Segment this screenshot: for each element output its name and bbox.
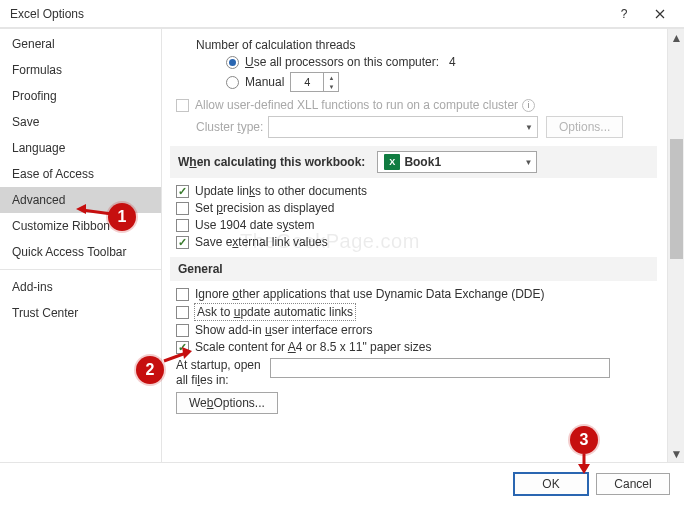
- vertical-scrollbar[interactable]: ▲ ▼: [667, 29, 684, 462]
- spinner-buttons[interactable]: ▲▼: [323, 73, 338, 91]
- use-1904-row: Use 1904 date system: [176, 218, 657, 232]
- section-workbook-header: When calculating this workbook: X Book1 …: [170, 146, 657, 178]
- sidebar-item-save[interactable]: Save: [0, 109, 161, 135]
- section-workbook-label: When calculating this workbook:: [178, 155, 365, 169]
- svg-marker-5: [578, 464, 590, 474]
- svg-line-2: [164, 353, 186, 361]
- titlebar: Excel Options ?: [0, 0, 684, 28]
- annotation-marker-1: 1: [108, 203, 136, 231]
- chevron-down-icon: ▼: [519, 123, 533, 132]
- annotation-marker-2: 2: [136, 356, 164, 384]
- workbook-dropdown[interactable]: X Book1 ▼: [377, 151, 537, 173]
- ignore-dde-label: Ignore other applications that use Dynam…: [195, 287, 545, 301]
- help-button[interactable]: ?: [606, 2, 642, 26]
- cluster-options-button: Options...: [546, 116, 623, 138]
- web-options-button[interactable]: Web Options...: [176, 392, 278, 414]
- ask-update-row: Ask to update automatic links: [176, 304, 657, 320]
- checkbox-ask-update[interactable]: [176, 306, 189, 319]
- set-precision-row: Set precision as displayed: [176, 201, 657, 215]
- radio-manual-label: Manual: [245, 75, 284, 89]
- web-options-row: Web Options...: [176, 392, 657, 414]
- sidebar-item-trust[interactable]: Trust Center: [0, 300, 161, 326]
- cluster-type-row: Cluster type: ▼ Options...: [196, 116, 657, 138]
- set-precision-label: Set precision as displayed: [195, 201, 334, 215]
- use-1904-label: Use 1904 date system: [195, 218, 314, 232]
- show-addin-row: Show add-in user interface errors: [176, 323, 657, 337]
- excel-icon: X: [384, 154, 400, 170]
- startup-path-input[interactable]: [270, 358, 610, 378]
- scale-content-label: Scale content for A4 or 8.5 x 11" paper …: [195, 340, 431, 354]
- sidebar-divider: [0, 269, 161, 270]
- cancel-button[interactable]: Cancel: [596, 473, 670, 495]
- checkbox-use-1904[interactable]: [176, 219, 189, 232]
- sidebar-item-proofing[interactable]: Proofing: [0, 83, 161, 109]
- main-area: General Formulas Proofing Save Language …: [0, 28, 684, 462]
- threads-label-row: Number of calculation threads: [196, 38, 657, 52]
- sidebar-item-language[interactable]: Language: [0, 135, 161, 161]
- cluster-type-label: Cluster type:: [196, 120, 268, 134]
- update-links-label: Update links to other documents: [195, 184, 367, 198]
- scale-content-row: Scale content for A4 or 8.5 x 11" paper …: [176, 340, 657, 354]
- sidebar: General Formulas Proofing Save Language …: [0, 29, 162, 462]
- annotation-arrow-3: [574, 452, 594, 474]
- checkbox-show-addin[interactable]: [176, 324, 189, 337]
- update-links-row: Update links to other documents: [176, 184, 657, 198]
- content-panel: Number of calculation threads Use all pr…: [162, 29, 667, 462]
- workbook-dropdown-value: Book1: [404, 155, 441, 169]
- checkbox-set-precision[interactable]: [176, 202, 189, 215]
- radio-manual-row: Manual 4 ▲▼: [226, 72, 657, 92]
- checkbox-update-links[interactable]: [176, 185, 189, 198]
- allow-xll-label: Allow user-defined XLL functions to run …: [195, 98, 518, 112]
- svg-marker-1: [76, 204, 86, 214]
- startup-row: At startup, open all files in:: [176, 358, 657, 388]
- sidebar-item-formulas[interactable]: Formulas: [0, 57, 161, 83]
- manual-value: 4: [291, 76, 323, 88]
- allow-xll-row: Allow user-defined XLL functions to run …: [176, 98, 657, 112]
- processor-count: 4: [449, 55, 456, 69]
- radio-use-all-row: Use all processors on this computer: 4: [226, 55, 657, 69]
- scroll-down-arrow[interactable]: ▼: [668, 445, 684, 462]
- window-title: Excel Options: [10, 7, 606, 21]
- ask-update-label: Ask to update automatic links: [195, 304, 355, 320]
- sidebar-item-qat[interactable]: Quick Access Toolbar: [0, 239, 161, 265]
- save-ext-row: Save external link values: [176, 235, 657, 249]
- content-wrap: Number of calculation threads Use all pr…: [162, 29, 684, 462]
- save-ext-label: Save external link values: [195, 235, 328, 249]
- show-addin-label: Show add-in user interface errors: [195, 323, 372, 337]
- close-icon: [655, 9, 665, 19]
- ok-button[interactable]: OK: [514, 473, 588, 495]
- radio-manual[interactable]: [226, 76, 239, 89]
- threads-label: Number of calculation threads: [196, 38, 355, 52]
- radio-use-all[interactable]: [226, 56, 239, 69]
- svg-marker-3: [182, 347, 192, 359]
- checkbox-save-ext[interactable]: [176, 236, 189, 249]
- chevron-down-icon: ▼: [518, 158, 532, 167]
- scroll-up-arrow[interactable]: ▲: [668, 29, 684, 46]
- sidebar-item-addins[interactable]: Add-ins: [0, 274, 161, 300]
- scroll-thumb[interactable]: [670, 139, 683, 259]
- close-button[interactable]: [642, 2, 678, 26]
- section-general-label: General: [178, 262, 223, 276]
- sidebar-item-general[interactable]: General: [0, 31, 161, 57]
- sidebar-item-ease[interactable]: Ease of Access: [0, 161, 161, 187]
- annotation-marker-3: 3: [570, 426, 598, 454]
- manual-spinner[interactable]: 4 ▲▼: [290, 72, 339, 92]
- section-general-header: General: [170, 257, 657, 281]
- radio-use-all-label: Use all processors on this computer:: [245, 55, 439, 69]
- info-icon[interactable]: i: [522, 99, 535, 112]
- ignore-dde-row: Ignore other applications that use Dynam…: [176, 287, 657, 301]
- checkbox-ignore-dde[interactable]: [176, 288, 189, 301]
- cluster-type-dropdown: ▼: [268, 116, 538, 138]
- checkbox-allow-xll: [176, 99, 189, 112]
- annotation-arrow-2: [162, 347, 194, 367]
